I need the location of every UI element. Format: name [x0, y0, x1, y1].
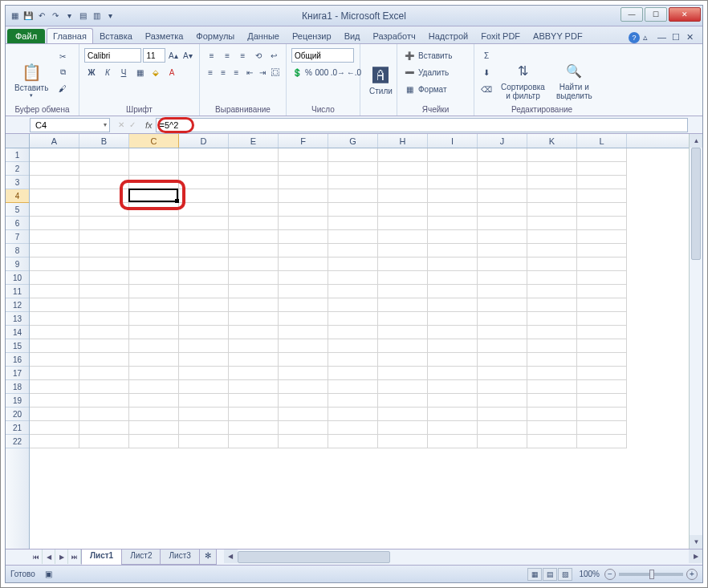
cell[interactable] — [428, 271, 478, 285]
row-header[interactable]: 18 — [6, 380, 29, 394]
cell[interactable] — [527, 217, 577, 230]
cell[interactable] — [378, 298, 428, 312]
cell[interactable] — [478, 339, 527, 353]
file-tab[interactable]: Файл — [7, 29, 45, 43]
cell[interactable] — [129, 203, 179, 217]
cell[interactable] — [279, 353, 328, 367]
cell[interactable] — [129, 394, 179, 408]
cell[interactable] — [30, 148, 79, 162]
cell[interactable] — [179, 367, 229, 380]
cell[interactable] — [229, 394, 279, 408]
cell[interactable] — [79, 326, 129, 339]
row-header[interactable]: 6 — [6, 217, 29, 230]
cell[interactable] — [378, 230, 428, 244]
cell[interactable] — [79, 148, 129, 162]
cell[interactable] — [478, 176, 527, 189]
row-header[interactable]: 13 — [6, 312, 29, 326]
cell[interactable] — [328, 285, 378, 298]
cell[interactable] — [129, 421, 179, 435]
row-header[interactable]: 16 — [6, 353, 29, 367]
italic-button[interactable]: К — [100, 65, 115, 79]
copy-icon[interactable]: ⧉ — [55, 65, 70, 79]
cell[interactable] — [478, 217, 527, 230]
ribbon-tab[interactable]: Рецензир — [286, 28, 338, 43]
cell[interactable] — [328, 298, 378, 312]
undo-icon[interactable]: ↶ — [36, 10, 47, 22]
cell[interactable] — [79, 244, 129, 258]
qat-item-icon[interactable]: ▤ — [77, 10, 88, 22]
cell[interactable] — [229, 230, 279, 244]
tab-nav-last-icon[interactable]: ⏭ — [68, 549, 81, 564]
cell[interactable] — [328, 162, 378, 176]
cell[interactable] — [229, 380, 279, 394]
cell[interactable] — [279, 230, 328, 244]
cell[interactable] — [527, 421, 577, 435]
cell[interactable] — [30, 285, 79, 298]
cell[interactable] — [129, 380, 179, 394]
cell[interactable] — [328, 353, 378, 367]
zoom-out-button[interactable]: − — [604, 569, 616, 580]
tab-nav-first-icon[interactable]: ⏮ — [30, 549, 43, 564]
cell[interactable] — [378, 380, 428, 394]
cell[interactable] — [378, 244, 428, 258]
fx-icon[interactable]: fx — [142, 120, 156, 130]
styles-button[interactable]: 🅰 Стили — [365, 46, 397, 114]
cell[interactable] — [328, 217, 378, 230]
cell[interactable] — [478, 421, 527, 435]
cell[interactable] — [279, 298, 328, 312]
cell[interactable] — [129, 339, 179, 353]
view-layout-icon[interactable]: ▤ — [543, 568, 557, 581]
sheet-tab[interactable]: Лист3 — [160, 549, 199, 565]
autosum-icon[interactable]: Σ — [479, 48, 494, 63]
cell[interactable] — [378, 435, 428, 448]
cell[interactable] — [229, 353, 279, 367]
cell[interactable] — [478, 312, 527, 326]
cell[interactable] — [229, 435, 279, 448]
tab-nav-prev-icon[interactable]: ◀ — [43, 549, 55, 564]
cell[interactable] — [229, 326, 279, 339]
scroll-up-icon[interactable]: ▲ — [690, 134, 702, 148]
cell[interactable] — [79, 285, 129, 298]
paste-button[interactable]: 📋 Вставить ▾ — [10, 46, 52, 114]
cut-icon[interactable]: ✂ — [55, 49, 70, 63]
enter-formula-icon[interactable]: ✓ — [129, 120, 136, 129]
cell[interactable] — [129, 353, 179, 367]
cell[interactable] — [577, 203, 627, 217]
cell[interactable] — [30, 271, 79, 285]
cell[interactable] — [279, 421, 328, 435]
help-icon[interactable]: ? — [629, 32, 640, 43]
decrease-decimal-icon[interactable]: ←.0 — [347, 65, 361, 79]
row-header[interactable]: 21 — [6, 421, 29, 435]
cell[interactable] — [129, 285, 179, 298]
save-icon[interactable]: 💾 — [22, 10, 34, 22]
cell[interactable] — [279, 380, 328, 394]
cell[interactable] — [79, 176, 129, 189]
cell[interactable] — [279, 148, 328, 162]
row-header[interactable]: 2 — [6, 162, 29, 176]
cell[interactable] — [478, 162, 527, 176]
comma-icon[interactable]: 000 — [315, 65, 329, 79]
row-header[interactable]: 7 — [6, 230, 29, 244]
cell[interactable] — [30, 394, 79, 408]
cell[interactable] — [79, 189, 129, 203]
cell[interactable] — [179, 176, 229, 189]
ribbon-tab[interactable]: Foxit PDF — [474, 28, 527, 43]
cell[interactable] — [378, 421, 428, 435]
cell[interactable] — [79, 258, 129, 271]
ribbon-tab[interactable]: ABBYY PDF — [527, 28, 589, 43]
row-header[interactable]: 12 — [6, 298, 29, 312]
cell[interactable] — [577, 326, 627, 339]
maximize-button[interactable]: ☐ — [645, 7, 667, 22]
cell[interactable] — [229, 162, 279, 176]
row-header[interactable]: 3 — [6, 176, 29, 189]
cell[interactable] — [129, 408, 179, 421]
column-header[interactable]: I — [428, 134, 478, 148]
cell[interactable] — [229, 203, 279, 217]
cell[interactable] — [229, 312, 279, 326]
cell[interactable] — [30, 312, 79, 326]
cell[interactable] — [129, 244, 179, 258]
shrink-font-icon[interactable]: A▾ — [181, 48, 194, 63]
cell[interactable] — [79, 203, 129, 217]
cell[interactable] — [328, 203, 378, 217]
cell[interactable] — [30, 244, 79, 258]
